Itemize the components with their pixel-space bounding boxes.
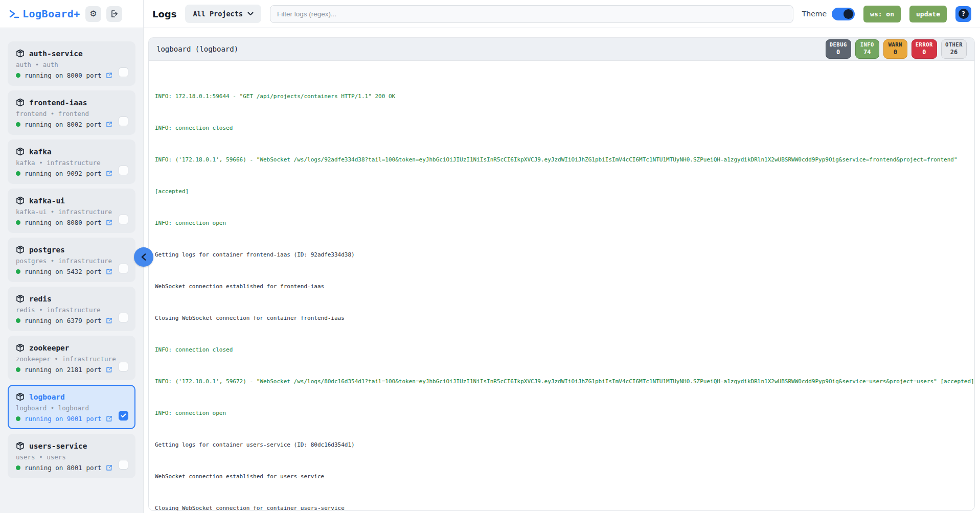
log-line: WebSocket connection established for use…	[155, 473, 974, 481]
log-level-badge[interactable]: DEBUG 0	[826, 39, 851, 58]
service-checkbox[interactable]	[119, 166, 128, 175]
service-card[interactable]: users-service users • users running on 8…	[8, 434, 135, 478]
service-status-text: running on 6379 port	[25, 317, 102, 324]
service-subtitle: frontend • frontend	[16, 110, 127, 118]
header-toolbar: Logs All Projects Theme ws: on update ?	[144, 0, 980, 28]
log-line: INFO: ('172.18.0.1', 59666) - "WebSocket…	[155, 156, 974, 164]
chevron-down-icon	[247, 12, 254, 16]
external-link-icon[interactable]	[106, 170, 112, 177]
service-checkbox[interactable]	[119, 411, 128, 421]
log-line: [accepted]	[155, 188, 974, 196]
logout-button[interactable]	[106, 6, 122, 22]
service-checkbox[interactable]	[119, 67, 128, 77]
log-output[interactable]: INFO: 172.18.0.1:59644 - "GET /api/proje…	[149, 61, 974, 510]
service-status-row: running on 2181 port	[16, 366, 127, 374]
service-name-row: users-service	[16, 441, 127, 450]
service-subtitle: kafka-ui • infrastructure	[16, 208, 127, 216]
external-link-icon[interactable]	[106, 415, 112, 422]
service-name: redis	[29, 295, 52, 303]
service-status-text: running on 8002 port	[25, 121, 102, 128]
service-name-row: redis	[16, 294, 127, 303]
service-subtitle: kafka • infrastructure	[16, 159, 127, 167]
package-icon	[16, 392, 25, 401]
service-card[interactable]: auth-service auth • auth running on 8000…	[8, 41, 135, 86]
service-status-text: running on 2181 port	[25, 366, 102, 374]
package-icon	[16, 147, 25, 156]
service-checkbox[interactable]	[119, 264, 128, 273]
service-card[interactable]: frontend-iaas frontend • frontend runnin…	[8, 90, 135, 135]
external-link-icon[interactable]	[106, 219, 112, 226]
log-level-badge[interactable]: OTHER 26	[941, 39, 967, 58]
websocket-status-button[interactable]: ws: on	[863, 6, 901, 22]
theme-toggle[interactable]	[832, 8, 855, 20]
external-link-icon[interactable]	[106, 121, 112, 128]
project-filter-dropdown[interactable]: All Projects	[185, 5, 261, 23]
service-name-row: kafka-ui	[16, 196, 127, 205]
log-filter-input[interactable]	[270, 5, 793, 23]
package-icon	[16, 343, 25, 352]
log-panel-header: logboard (logboard) DEBUG 0 INFO 74 WARN	[149, 38, 974, 61]
service-card[interactable]: logboard logboard • logboard running on …	[8, 385, 135, 429]
service-status-row: running on 8002 port	[16, 121, 127, 128]
log-line: WebSocket connection established for fro…	[155, 283, 974, 291]
external-link-icon[interactable]	[106, 317, 112, 324]
service-status-row: running on 8000 port	[16, 72, 127, 79]
service-checkbox[interactable]	[119, 215, 128, 224]
running-status-dot	[16, 73, 20, 78]
external-link-icon[interactable]	[106, 366, 112, 373]
running-status-dot	[16, 416, 20, 421]
sidebar-collapse-button[interactable]	[134, 247, 153, 267]
external-link-icon[interactable]	[106, 72, 112, 79]
log-line: INFO: 172.18.0.1:59644 - "GET /api/proje…	[155, 92, 974, 101]
badge-count: 26	[945, 49, 963, 57]
log-level-badge[interactable]: ERROR 0	[911, 39, 937, 58]
log-panel-title: logboard (logboard)	[156, 45, 238, 53]
running-status-dot	[16, 367, 20, 372]
external-link-icon[interactable]	[106, 268, 112, 275]
settings-button[interactable]: ⚙	[85, 6, 101, 22]
running-status-dot	[16, 269, 20, 274]
service-checkbox[interactable]	[119, 362, 128, 371]
service-card[interactable]: kafka-ui kafka-ui • infrastructure runni…	[8, 189, 135, 233]
app-logo: LogBoard+	[8, 8, 80, 20]
theme-toggle-knob	[844, 9, 853, 19]
log-line: INFO: ('172.18.0.1', 59672) - "WebSocket…	[155, 378, 974, 386]
log-line: INFO: connection open	[155, 219, 974, 227]
service-name: postgres	[29, 246, 65, 254]
service-subtitle: postgres • infrastructure	[16, 257, 127, 265]
service-status-row: running on 5432 port	[16, 268, 127, 275]
help-button[interactable]: ?	[955, 6, 971, 22]
theme-label: Theme	[802, 10, 827, 18]
service-status-text: running on 5432 port	[25, 268, 102, 275]
update-button[interactable]: update	[909, 6, 947, 22]
service-checkbox[interactable]	[119, 116, 128, 126]
log-line: INFO: connection closed	[155, 124, 974, 132]
service-card[interactable]: kafka kafka • infrastructure running on …	[8, 139, 135, 184]
service-name-row: postgres	[16, 245, 127, 254]
terminal-prompt-icon	[8, 8, 19, 19]
log-line: INFO: connection closed	[155, 346, 974, 354]
service-status-text: running on 8000 port	[25, 72, 102, 79]
chevron-left-icon	[140, 253, 147, 261]
log-line: Closing WebSocket connection for contain…	[155, 314, 974, 322]
services-sidebar: auth-service auth • auth running on 8000…	[0, 28, 144, 513]
checkmark-icon	[121, 413, 126, 418]
service-checkbox[interactable]	[119, 313, 128, 322]
service-checkbox[interactable]	[119, 460, 128, 470]
external-link-icon[interactable]	[106, 464, 112, 471]
service-name-row: kafka	[16, 147, 127, 156]
badge-label: INFO	[859, 41, 875, 49]
log-level-badge[interactable]: WARN 0	[883, 39, 907, 58]
service-name: frontend-iaas	[29, 99, 87, 107]
service-status-text: running on 9092 port	[25, 170, 102, 177]
service-card[interactable]: redis redis • infrastructure running on …	[8, 287, 135, 331]
question-mark-icon: ?	[959, 9, 969, 19]
running-status-dot	[16, 318, 20, 323]
service-card[interactable]: zookeeper zookeeper • infrastructure run…	[8, 336, 135, 380]
service-subtitle: auth • auth	[16, 61, 127, 68]
service-card[interactable]: postgres postgres • infrastructure runni…	[8, 238, 135, 282]
package-icon	[16, 49, 25, 58]
gear-icon: ⚙	[89, 10, 97, 18]
badge-count: 0	[887, 49, 903, 57]
log-level-badge[interactable]: INFO 74	[855, 39, 879, 58]
